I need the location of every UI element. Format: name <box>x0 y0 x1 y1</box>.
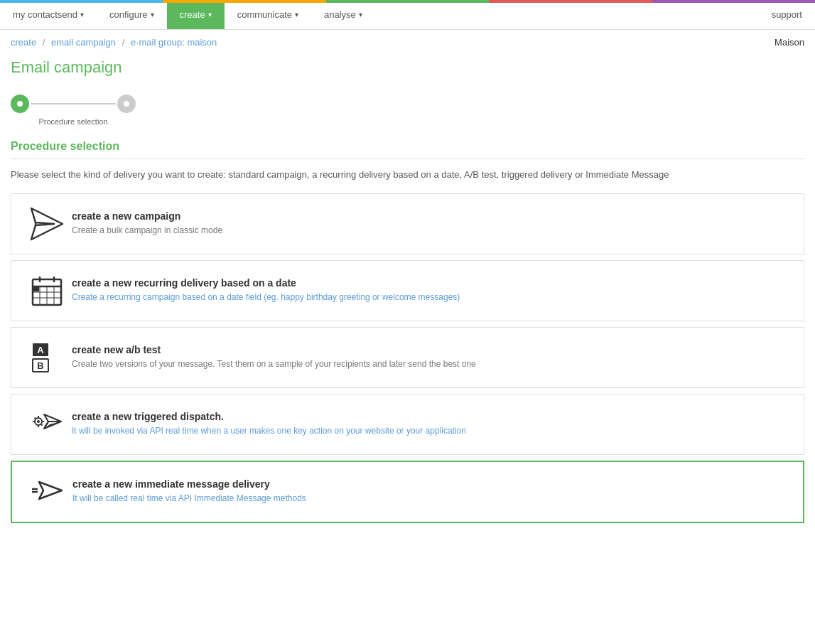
ab-icon: A B <box>22 339 72 376</box>
stepper: Procedure selection <box>0 87 815 140</box>
option-title: create new a/b test <box>72 344 793 355</box>
step-circle-1 <box>11 95 29 113</box>
option-content-recurring: create a new recurring delivery based on… <box>72 277 793 304</box>
chevron-down-icon: ▾ <box>295 11 298 18</box>
nav-my-contactsend[interactable]: my contactsend ▾ <box>0 0 97 29</box>
calendar-icon <box>22 272 72 309</box>
breadcrumb-sep2: / <box>122 37 125 48</box>
option-desc: It will be called real time via API Imme… <box>72 493 792 505</box>
nav-configure[interactable]: configure ▾ <box>97 0 166 29</box>
chevron-down-icon: ▾ <box>80 11 84 18</box>
option-title: create a new recurring delivery based on… <box>72 277 793 289</box>
option-recurring-delivery[interactable]: create a new recurring delivery based on… <box>11 260 804 321</box>
option-new-campaign[interactable]: create a new campaign Create a bulk camp… <box>11 193 804 254</box>
chevron-down-icon: ▾ <box>359 11 362 18</box>
option-immediate-message[interactable]: create a new immediate message delivery … <box>11 461 804 523</box>
svg-line-25 <box>41 424 43 426</box>
breadcrumb-user: Maison <box>774 37 804 48</box>
page-title: Email campaign <box>0 55 815 87</box>
option-content-new-campaign: create a new campaign Create a bulk camp… <box>72 210 793 237</box>
option-desc: It will be invoked via API real time whe… <box>72 425 793 437</box>
nav-communicate[interactable]: communicate ▾ <box>225 0 311 29</box>
option-content-immediate: create a new immediate message delivery … <box>72 478 792 505</box>
breadcrumb-sep: / <box>43 37 45 48</box>
svg-rect-13 <box>33 287 39 291</box>
nav-bar: my contactsend ▾ configure ▾ create ▾ co… <box>0 0 815 30</box>
immediate-icon <box>23 473 72 510</box>
step-1: Procedure selection <box>11 95 136 126</box>
option-triggered-dispatch[interactable]: create a new triggered dispatch. It will… <box>11 394 804 455</box>
option-title: create a new immediate message delivery <box>72 478 792 490</box>
step-line <box>31 103 116 104</box>
svg-marker-31 <box>39 482 62 499</box>
nav-label: communicate <box>237 9 292 20</box>
paper-plane-icon <box>22 205 72 242</box>
svg-line-24 <box>35 417 36 419</box>
option-desc: Create a recurring campaign based on a d… <box>72 291 793 304</box>
section-title: Procedure selection <box>11 140 804 159</box>
nav-label: create <box>180 9 205 20</box>
svg-point-1 <box>124 101 129 107</box>
step-circle-2 <box>117 95 136 113</box>
breadcrumb-create[interactable]: create <box>11 37 36 48</box>
nav-support[interactable]: support <box>759 0 815 29</box>
option-content-triggered: create a new triggered dispatch. It will… <box>72 411 793 437</box>
nav-create[interactable]: create ▾ <box>167 0 225 29</box>
chevron-down-icon: ▾ <box>208 11 212 18</box>
option-desc: Create two versions of your message. Tes… <box>72 358 793 370</box>
section-description: Please select the kind of delivery you w… <box>11 168 804 182</box>
triggered-icon <box>22 406 72 443</box>
nav-label: my contactsend <box>13 9 77 20</box>
svg-text:B: B <box>37 360 43 371</box>
svg-marker-26 <box>44 414 61 429</box>
procedure-section: Procedure selection Please select the ki… <box>0 140 815 523</box>
option-content-ab: create new a/b test Create two versions … <box>72 344 793 370</box>
chevron-down-icon: ▾ <box>151 11 154 18</box>
option-title: create a new triggered dispatch. <box>72 411 793 422</box>
svg-point-19 <box>37 420 40 423</box>
option-desc: Create a bulk campaign in classic mode <box>72 225 793 237</box>
breadcrumb-email-campaign[interactable]: email campaign <box>51 37 116 48</box>
nav-analyse[interactable]: analyse ▾ <box>311 0 375 29</box>
breadcrumb-group[interactable]: e-mail group: maison <box>131 37 217 48</box>
option-ab-test[interactable]: A B create new a/b test Create two versi… <box>11 327 804 388</box>
svg-point-0 <box>17 101 23 107</box>
option-title: create a new campaign <box>72 210 793 222</box>
svg-text:A: A <box>37 345 44 355</box>
nav-label: analyse <box>324 9 356 20</box>
nav-label: configure <box>109 9 147 20</box>
breadcrumb: Maison create / email campaign / e-mail … <box>0 30 815 55</box>
step-label-1: Procedure selection <box>38 117 107 126</box>
